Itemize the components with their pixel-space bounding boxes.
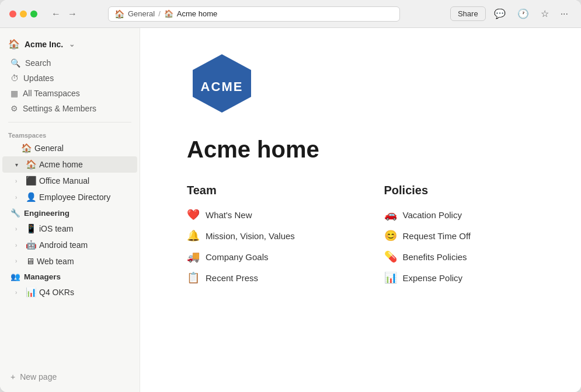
address-bar[interactable]: 🏠 General / 🏠 Acme home [108, 6, 400, 22]
breadcrumb-current[interactable]: Acme home [177, 9, 217, 18]
sidebar-managers-header: 👥 Managers [2, 269, 137, 284]
sidebar-settings-label: Settings & Members [23, 104, 96, 113]
share-button[interactable]: Share [450, 6, 486, 21]
vacation-policy-icon: 🚗 [384, 208, 397, 221]
workspace-name: Acme Inc. [25, 40, 63, 49]
q4-okrs-icon: 📊 [26, 287, 37, 298]
page-logo: ACME [187, 51, 534, 118]
close-button[interactable] [9, 10, 16, 18]
sidebar-android-team-label: Android team [39, 240, 88, 250]
list-item[interactable]: 😊 Request Time Off [384, 228, 535, 244]
expense-policy-label: Expense Policy [403, 273, 463, 283]
sidebar-item-web-team[interactable]: › 🖥 Web team [2, 253, 137, 269]
breadcrumb-general[interactable]: General [128, 9, 155, 18]
ios-team-icon: 📱 [26, 223, 37, 234]
expense-policy-icon: 📊 [384, 271, 397, 284]
sidebar-acme-home-label: Acme home [39, 160, 83, 169]
title-bar: ← → 🏠 General / 🏠 Acme home Share 💬 🕐 ☆ … [0, 0, 581, 28]
maximize-button[interactable] [30, 10, 37, 18]
page-title: Acme home [187, 136, 534, 163]
main-content: ACME Acme home Team ❤️ What's New 🔔 [140, 28, 581, 392]
content-columns: Team ❤️ What's New 🔔 Mission, Vision, Va… [187, 184, 534, 286]
chevron-right-icon: › [15, 226, 23, 232]
forward-button[interactable]: → [65, 8, 79, 20]
chevron-right-icon: › [15, 289, 23, 296]
new-page-plus-icon: + [11, 372, 15, 382]
more-button[interactable]: ··· [557, 6, 572, 22]
managers-icon: 👥 [11, 272, 20, 281]
sidebar-item-all-teamspaces[interactable]: ▦ All Teamspaces [2, 86, 137, 101]
list-item[interactable]: 🔔 Mission, Vision, Values [187, 228, 338, 244]
sidebar-q4-okrs-label: Q4 OKRs [39, 288, 74, 297]
managers-label: Managers [24, 272, 61, 281]
benefits-policies-icon: 💊 [384, 250, 397, 263]
sidebar-item-office-manual[interactable]: › ⬛ Office Manual [2, 173, 137, 189]
employee-directory-icon: 👤 [26, 192, 37, 202]
engineering-icon: 🔧 [11, 208, 20, 218]
sidebar-item-employee-directory[interactable]: › 👤 Employee Directory [2, 189, 137, 205]
list-item[interactable]: ❤️ What's New [187, 206, 338, 223]
list-item[interactable]: 🚚 Company Goals [187, 249, 338, 265]
engineering-label: Engineering [24, 209, 69, 218]
sidebar-teamspaces-label: All Teamspaces [23, 89, 80, 98]
list-item[interactable]: 📊 Expense Policy [384, 270, 535, 286]
minimize-button[interactable] [20, 10, 27, 18]
updates-icon: ⏱ [11, 74, 19, 83]
teamspaces-icon: ▦ [11, 89, 18, 98]
star-button[interactable]: ☆ [537, 6, 552, 22]
workspace-chevron-icon: ⌄ [69, 40, 75, 48]
page-icon: 🏠 [164, 9, 173, 18]
comment-button[interactable]: 💬 [490, 6, 509, 22]
new-page-button[interactable]: + New page [2, 369, 137, 385]
company-goals-label: Company Goals [206, 252, 269, 262]
chevron-right-icon: › [15, 178, 23, 184]
web-team-icon: 🖥 [26, 256, 34, 266]
sidebar-office-manual-label: Office Manual [39, 176, 89, 186]
whats-new-icon: ❤️ [187, 208, 200, 221]
svg-text:ACME: ACME [201, 79, 243, 94]
acme-logo-svg: ACME [187, 51, 257, 116]
chevron-down-icon: ▾ [15, 162, 23, 168]
list-item[interactable]: 🚗 Vacation Policy [384, 206, 535, 223]
chevron-right-icon: › [15, 242, 23, 249]
sidebar-engineering-header: 🔧 Engineering [2, 205, 137, 220]
sidebar-item-acme-home[interactable]: ▾ 🏠 Acme home [2, 156, 137, 173]
chevron-right-icon: › [15, 194, 23, 201]
company-goals-icon: 🚚 [187, 250, 200, 263]
teamspaces-section-label: Teamspaces [0, 128, 140, 140]
toolbar-right: Share 💬 🕐 ☆ ··· [450, 6, 572, 22]
sidebar-item-updates[interactable]: ⏱ Updates [2, 71, 137, 86]
recent-press-icon: 📋 [187, 271, 200, 284]
history-button[interactable]: 🕐 [514, 6, 533, 22]
workspace-icon: 🏠 [8, 38, 20, 50]
home-icon: 🏠 [114, 9, 124, 19]
sidebar-item-search[interactable]: 🔍 Search [2, 55, 137, 71]
workspace-header[interactable]: 🏠 Acme Inc. ⌄ [0, 35, 140, 55]
sidebar-web-team-label: Web team [37, 257, 74, 266]
request-time-off-label: Request Time Off [403, 231, 471, 241]
sidebar-item-android-team[interactable]: › 🤖 Android team [2, 237, 137, 253]
mission-label: Mission, Vision, Values [206, 231, 295, 241]
breadcrumb-separator: / [158, 9, 161, 18]
back-button[interactable]: ← [49, 8, 63, 20]
sidebar-employee-directory-label: Employee Directory [39, 192, 110, 202]
general-icon: 🏠 [21, 143, 32, 153]
sidebar-item-general[interactable]: 🏠 General [2, 140, 137, 156]
list-item[interactable]: 💊 Benefits Policies [384, 249, 535, 265]
request-time-off-icon: 😊 [384, 229, 397, 242]
sidebar: 🏠 Acme Inc. ⌄ 🔍 Search ⏱ Updates ▦ All T… [0, 28, 140, 392]
vacation-policy-label: Vacation Policy [403, 210, 462, 220]
whats-new-label: What's New [206, 210, 252, 220]
main-layout: 🏠 Acme Inc. ⌄ 🔍 Search ⏱ Updates ▦ All T… [0, 28, 581, 392]
sidebar-item-q4-okrs[interactable]: › 📊 Q4 OKRs [2, 284, 137, 300]
sidebar-item-ios-team[interactable]: › 📱 iOS team [2, 220, 137, 237]
sidebar-ios-team-label: iOS team [39, 224, 73, 233]
android-team-icon: 🤖 [26, 240, 37, 250]
traffic-lights [9, 10, 37, 18]
search-icon: 🔍 [11, 58, 20, 68]
sidebar-item-settings[interactable]: ⚙ Settings & Members [2, 101, 137, 116]
sidebar-general-label: General [34, 144, 64, 153]
recent-press-label: Recent Press [206, 273, 258, 283]
benefits-policies-label: Benefits Policies [403, 252, 467, 262]
list-item[interactable]: 📋 Recent Press [187, 270, 338, 286]
